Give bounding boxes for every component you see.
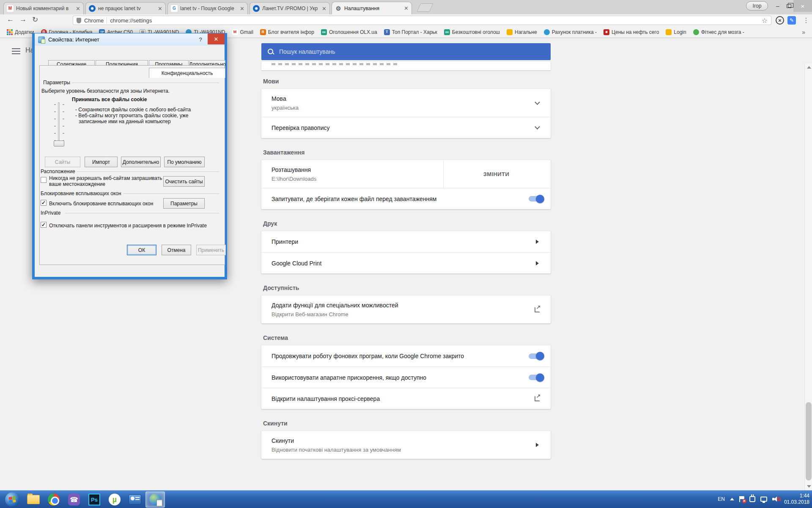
settings-search-bar[interactable] [261,43,551,60]
tab-2[interactable]: Glanet tv - Пошук Google✕ [167,2,248,14]
settings-row[interactable]: Перевірка правопису [261,117,551,138]
bookmark-item[interactable]: Нагальне [504,28,540,36]
popup-blocker-checkbox[interactable]: ✓ [41,200,47,206]
window-close-button[interactable]: × [793,0,812,12]
location-checkbox[interactable] [41,177,47,183]
internet-properties-dialog: Свойства: Интернет ? ✕ СодержаниеПодключ… [32,33,227,279]
popup-blocker-label[interactable]: Включить блокирование всплывающих окон [49,201,153,207]
Отмена-button[interactable]: Отмена [162,245,191,255]
power-icon[interactable] [749,496,755,502]
chevron-down-icon[interactable] [535,99,540,105]
page-scrollbar[interactable] [804,64,812,490]
clear-sites-button[interactable]: Очистить сайты [163,176,205,187]
tab-1[interactable]: ◉не працює lanet tv✕ [85,2,166,14]
dialog-title-bar[interactable]: Свойства: Интернет ? ✕ [35,33,225,46]
url-text[interactable]: chrome://settings [110,17,152,24]
Дополнительно-button[interactable]: Дополнительно [121,157,161,167]
browser-menu-icon[interactable]: ⋮ [803,16,809,25]
settings-row[interactable]: Продовжувати роботу фонових програм, кол… [261,345,551,367]
taskbar-app-utorrent[interactable]: µ [105,491,124,508]
row-texts: Використовувати апаратне прискорення, як… [272,370,525,385]
settings-row[interactable]: Google Cloud Print [261,252,551,273]
profile-button[interactable]: Ігор [746,1,768,11]
dialog-help-button[interactable]: ? [196,36,205,44]
network-icon[interactable] [760,497,767,502]
taskbar-app-viber[interactable]: ☎ [64,491,84,508]
scrollbar-thumb[interactable] [806,402,812,480]
extension-icon[interactable]: ✕ [776,16,784,25]
settings-row[interactable]: Відкрити налаштування проксі-сервера [261,388,551,409]
tab-close-icon[interactable]: ✕ [76,6,80,11]
tab-active[interactable]: ⚙Налаштування✕ [332,2,412,14]
taskbar-app-photoshop[interactable]: Ps [85,491,104,508]
bookmark-item[interactable]: oxБезкоштовні оголош [442,28,502,36]
settings-row[interactable]: Моваукраїнська [261,89,551,117]
hidden-icons-icon[interactable] [730,498,734,500]
external-link-icon[interactable] [535,307,540,312]
extension-translate-icon[interactable]: ✎ [787,16,796,25]
scroll-down-icon[interactable] [807,485,811,488]
settings-row[interactable]: Додати функції для спеціальних можливост… [261,295,551,323]
toggle-on[interactable] [529,196,543,202]
inprivate-checkbox-label[interactable]: Отключать панели инструментов и расширен… [49,223,207,229]
По умолчанию-button[interactable]: По умолчанию [164,157,205,167]
popup-settings-button[interactable]: Параметры [163,198,205,209]
bookmark-item[interactable]: Рахунок платника - [541,28,599,36]
settings-row[interactable]: Принтери [261,231,551,252]
clock[interactable]: 1:44 01.03.2018 [784,493,809,505]
action-center-flag-icon[interactable] [739,496,744,502]
refresh-icon[interactable]: ↻ [32,15,38,24]
address-bar[interactable]: Chrome chrome://settings ☆ [73,16,771,25]
bookmark-item[interactable]: Фітнес для мозга - [691,28,747,36]
chevron-down-icon[interactable] [535,124,540,130]
forward-icon[interactable]: → [19,15,27,24]
group-line [72,83,219,83]
scroll-up-icon[interactable] [807,66,811,69]
toggle-on[interactable] [529,375,543,380]
location-checkbox-label[interactable]: Никогда не разрешать веб-сайтам запрашив… [49,175,163,187]
tab-3[interactable]: ◉Ланет.TV /PROMO | Укр✕ [250,2,330,14]
back-icon[interactable]: ← [7,15,14,24]
taskbar-app-control-panel[interactable] [125,491,145,508]
bookmark-item[interactable]: oxОголошення OLX.ua [318,28,380,36]
toggle-on[interactable] [529,353,543,359]
taskbar-app-start[interactable] [3,491,22,508]
bookmark-item[interactable]: ₴Цены на нефть сего [601,28,661,36]
bookmark-star-icon[interactable]: ☆ [762,17,768,25]
settings-row[interactable]: РозташуванняE:\Ihor\DownloadsЗМІНИТИ [261,160,551,188]
external-link-icon[interactable] [535,396,540,401]
arrow-right-icon [536,443,539,447]
settings-row[interactable]: Використовувати апаратне прискорення, як… [261,367,551,388]
taskbar: ☎Psµ [0,490,812,508]
tab-0[interactable]: MНовый комментарий в✕ [3,2,84,14]
tab-close-icon[interactable]: ✕ [322,6,326,11]
change-button[interactable]: ЗМІНИТИ [479,168,513,181]
bookmark-item[interactable]: TТоп Портал - Харьк [381,28,440,36]
tab-close-icon[interactable]: ✕ [404,6,409,11]
dialog-close-button[interactable]: ✕ [208,33,225,44]
dialog-tab-Конфиденциальность[interactable]: Конфиденциальность [149,68,225,78]
bookmark-item[interactable]: Login [663,28,689,36]
tab-title: lanet tv - Пошук Google [180,6,236,11]
bookmarks-overflow-icon[interactable]: » [802,29,808,36]
taskbar-app-internet-options[interactable] [145,491,165,508]
language-indicator[interactable]: EN [718,496,725,502]
volume-muted-icon[interactable] [772,496,779,502]
security-slider[interactable] [58,102,60,144]
bookmark-item[interactable]: MGmail [230,28,256,36]
hamburger-menu-icon[interactable] [12,48,20,54]
page-info-icon[interactable] [77,18,81,23]
ОК-button[interactable]: ОК [127,245,156,255]
inprivate-checkbox[interactable]: ✓ [41,222,47,228]
slider-thumb[interactable] [54,141,64,146]
taskbar-app-chrome[interactable] [44,491,63,508]
settings-row[interactable]: СкинутиВідновити початкові налаштування … [261,431,551,459]
tab-close-icon[interactable]: ✕ [158,6,162,11]
section-header: Система [263,334,549,341]
tab-close-icon[interactable]: ✕ [240,6,244,11]
settings-row[interactable]: Запитувати, де зберігати кожен файл пере… [261,188,551,209]
search-input[interactable] [279,48,533,55]
taskbar-app-explorer[interactable] [24,491,43,508]
bookmark-item[interactable]: BБлог вчителя інфор [258,28,317,36]
Импорт-button[interactable]: Импорт [85,157,118,167]
